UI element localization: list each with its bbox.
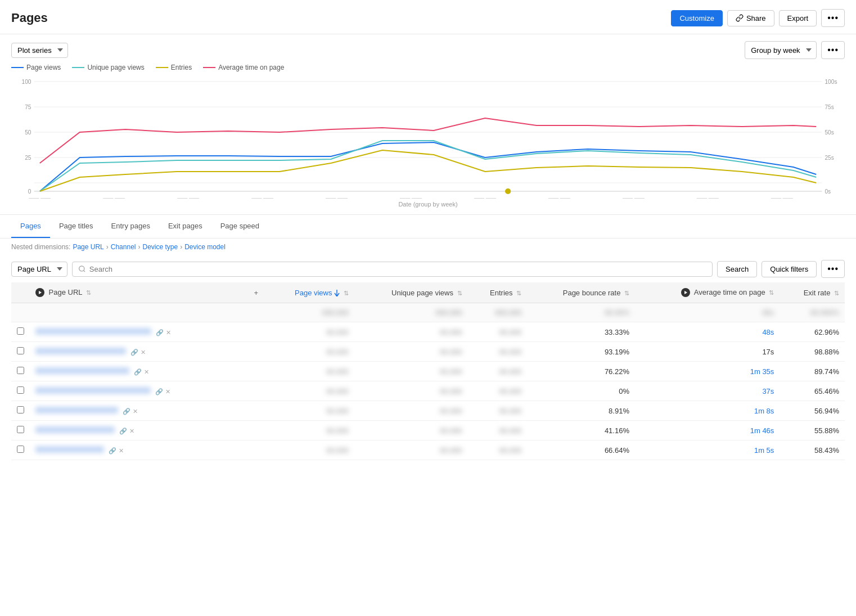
tab-pages[interactable]: Pages [11,215,50,238]
nested-dim-device-model[interactable]: Device model [184,243,226,251]
col-header-exit-rate[interactable]: Exit rate ⇅ [780,282,845,303]
nested-dim-page-url[interactable]: Page URL [73,243,103,251]
row-checkbox-3[interactable] [11,381,30,401]
row-exit-rate-0: 62.96% [780,322,845,342]
nested-dim-channel[interactable]: Channel [111,243,136,251]
tab-page-speed[interactable]: Page speed [211,215,268,238]
row-avg-time-4: 1m 8s [635,401,780,421]
row-checkbox-1[interactable] [11,342,30,362]
row-page-views-5: 88,888 [264,421,354,440]
chart-more-button[interactable]: ••• [821,41,845,59]
chart-x-axis-label: Date (group by week) [11,201,845,208]
row-avg-time-1: 17s [635,342,780,362]
row-avg-time-5: 1m 46s [635,421,780,440]
plot-series-select[interactable]: Plot series [11,43,68,58]
search-input[interactable] [89,265,706,273]
tab-page-titles[interactable]: Page titles [50,215,102,238]
svg-marker-30 [684,291,687,294]
row-add-0 [249,322,264,342]
row-exit-rate-3: 65.46% [780,381,845,401]
row-url-6: 🔗 ✕ [30,440,249,460]
col-header-entries[interactable]: Entries ⇅ [468,282,528,303]
row-add-3 [249,381,264,401]
row-exit-rate-2: 89.74% [780,362,845,381]
nested-dim-arrow-3: › [180,243,182,251]
col-header-checkbox [11,282,30,303]
row-avg-time-6: 1m 5s [635,440,780,460]
export-button[interactable]: Export [779,10,817,26]
link-icon [736,14,744,22]
sort-icon-page-url: ⇅ [86,289,91,296]
row-page-views-0: 88,888 [264,322,354,342]
svg-text:—— ——: —— —— [177,195,200,200]
row-page-views-2: 88,888 [264,362,354,381]
row-entries-2: 88,888 [468,362,528,381]
table-dots-icon: ••• [827,264,839,274]
customize-button[interactable]: Customize [671,10,722,26]
summary-exit-rate: 88.888% [780,303,845,322]
group-by-select[interactable]: Group by week [745,41,817,59]
col-header-add[interactable]: + [249,282,264,303]
summary-row: 888,888 888,888 888,888 88.88% 88s 88.88… [11,303,845,322]
row-checkbox-4[interactable] [11,401,30,421]
search-button[interactable]: Search [717,261,757,277]
table-row: 🔗 ✕ 88,888 88,888 88,888 8.91% 1m 8s 56.… [11,401,845,421]
quick-filters-button[interactable]: Quick filters [762,261,817,277]
svg-text:—— ——: —— —— [29,195,51,200]
legend-page-views: Page views [11,64,61,71]
share-button[interactable]: Share [727,10,774,26]
row-url-1: 🔗 ✕ [30,342,249,362]
tab-exit-pages[interactable]: Exit pages [159,215,211,238]
legend-unique-page-views: Unique page views [72,64,144,71]
svg-text:75: 75 [25,104,31,110]
table-row: 🔗 ✕ 88,888 88,888 88,888 93.19% 17s 98.8… [11,342,845,362]
summary-checkbox-cell [11,303,30,322]
data-table: Page URL ⇅ + Page views ⇅ Unique page vi… [11,282,845,460]
row-exit-rate-4: 56.94% [780,401,845,421]
col-header-page-views[interactable]: Page views ⇅ [264,282,354,303]
svg-text:25s: 25s [825,155,834,161]
row-checkbox-5[interactable] [11,421,30,440]
row-add-6 [249,440,264,460]
legend-entries: Entries [156,64,192,71]
dimension-select[interactable]: Page URL [11,262,67,277]
row-checkbox-6[interactable] [11,440,30,460]
summary-url-cell [30,303,249,322]
col-header-avg-time[interactable]: Average time on page ⇅ [635,282,780,303]
col-header-unique-page-views[interactable]: Unique page views ⇅ [354,282,468,303]
row-checkbox-0[interactable] [11,322,30,342]
col-header-page-url[interactable]: Page URL ⇅ [30,282,249,303]
chart-controls: Plot series Group by week ••• [11,41,845,59]
row-add-5 [249,421,264,440]
table-more-button[interactable]: ••• [821,260,845,278]
legend-line-page-views [11,67,24,68]
nested-dim-device-type[interactable]: Device type [142,243,178,251]
nested-dimensions: Nested dimensions: Page URL › Channel › … [0,239,856,255]
svg-text:75s: 75s [825,104,834,110]
row-entries-6: 88,888 [468,440,528,460]
tab-entry-pages[interactable]: Entry pages [102,215,159,238]
legend-line-entries [156,67,168,68]
row-exit-rate-5: 55.88% [780,421,845,440]
svg-text:—— ——: —— —— [251,195,274,200]
row-add-2 [249,362,264,381]
row-url-3: 🔗 ✕ [30,381,249,401]
nested-dims-label: Nested dimensions: [11,243,70,251]
row-unique-page-views-5: 88,888 [354,421,468,440]
nested-dim-arrow-2: › [138,243,140,251]
dots-icon: ••• [827,13,839,23]
svg-point-28 [79,266,84,271]
svg-text:25: 25 [25,155,31,161]
col-header-bounce-rate[interactable]: Page bounce rate ⇅ [527,282,635,303]
svg-text:—— ——: —— —— [697,195,719,200]
summary-unique-page-views: 888,888 [354,303,468,322]
row-avg-time-3: 37s [635,381,780,401]
row-checkbox-2[interactable] [11,362,30,381]
row-url-4: 🔗 ✕ [30,401,249,421]
svg-marker-29 [39,291,42,294]
row-page-views-6: 88,888 [264,440,354,460]
tabs-section: Pages Page titles Entry pages Exit pages… [0,215,856,239]
table-row: 🔗 ✕ 88,888 88,888 88,888 0% 37s 65.46% [11,381,845,401]
more-options-button[interactable]: ••• [821,9,845,27]
table-row: 🔗 ✕ 88,888 88,888 88,888 33.33% 48s 62.9… [11,322,845,342]
